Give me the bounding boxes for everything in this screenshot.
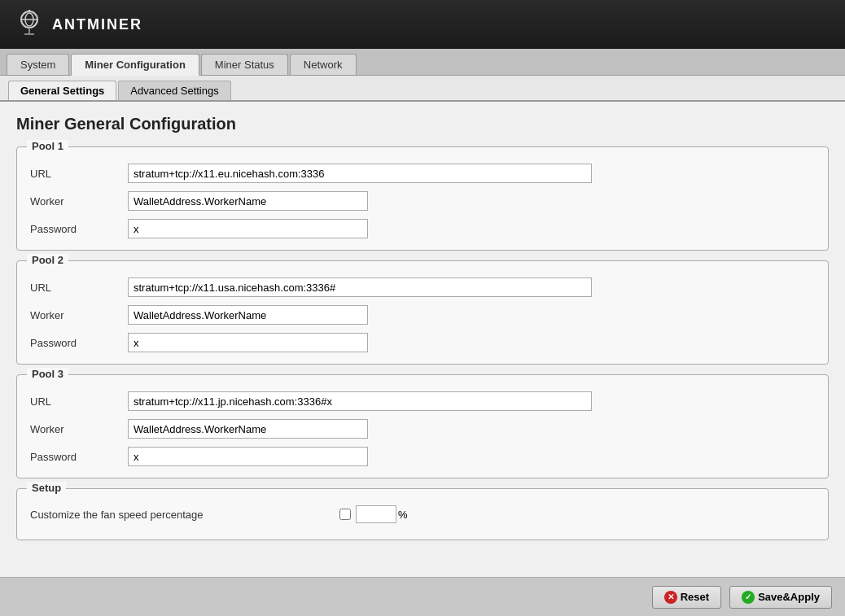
pool1-password-row: Password <box>30 219 815 238</box>
save-icon: ✓ <box>742 591 755 604</box>
tab-miner-status[interactable]: Miner Status <box>201 54 288 75</box>
pool1-worker-label: Worker <box>30 195 128 208</box>
pool3-section: Pool 3 URL Worker Password <box>16 374 829 478</box>
fan-speed-row: Customize the fan speed percentage % <box>30 505 815 523</box>
content-area: General Settings Advanced Settings Miner… <box>0 76 845 616</box>
setup-section: Setup Customize the fan speed percentage… <box>16 488 829 540</box>
pool2-password-input[interactable] <box>128 333 368 352</box>
fan-speed-input[interactable] <box>356 505 396 523</box>
pool2-worker-input[interactable] <box>128 305 368 325</box>
pool1-legend: Pool 1 <box>27 140 68 152</box>
pool1-password-input[interactable] <box>128 219 368 238</box>
pool2-url-input[interactable] <box>128 277 592 297</box>
pool3-password-input[interactable] <box>128 447 368 466</box>
pool1-password-label: Password <box>30 223 128 235</box>
pool1-url-label: URL <box>30 168 128 180</box>
setup-legend: Setup <box>27 482 66 494</box>
pool2-legend: Pool 2 <box>27 254 68 266</box>
pool3-password-row: Password <box>30 447 815 466</box>
pool2-url-row: URL <box>30 277 815 297</box>
pool2-worker-label: Worker <box>30 309 128 321</box>
pool1-section: Pool 1 URL Worker Password <box>16 146 829 251</box>
app-header: ANTMINER <box>0 0 845 49</box>
save-label: Save&Apply <box>758 591 820 603</box>
fan-speed-checkbox[interactable] <box>339 509 351 520</box>
pool2-section: Pool 2 URL Worker Password <box>16 260 829 365</box>
pool2-password-label: Password <box>30 337 128 349</box>
pool1-worker-input[interactable] <box>128 191 368 211</box>
tab-miner-config[interactable]: Miner Configuration <box>71 54 199 76</box>
logo-area: ANTMINER <box>13 8 142 41</box>
fan-percent-symbol: % <box>398 509 408 521</box>
pool1-worker-row: Worker <box>30 191 815 211</box>
pool3-url-row: URL <box>30 391 815 411</box>
pool1-url-input[interactable] <box>128 164 592 183</box>
pool3-worker-input[interactable] <box>128 419 368 439</box>
sub-tab-advanced[interactable]: Advanced Settings <box>118 81 230 100</box>
sub-tab-general[interactable]: General Settings <box>8 81 116 100</box>
pool3-url-label: URL <box>30 395 128 408</box>
fan-speed-label: Customize the fan speed percentage <box>30 509 339 521</box>
tab-system[interactable]: System <box>7 54 69 75</box>
sub-tabs: General Settings Advanced Settings <box>0 76 845 102</box>
pool3-worker-label: Worker <box>30 423 128 435</box>
pool3-password-label: Password <box>30 451 128 463</box>
pool3-legend: Pool 3 <box>27 368 68 380</box>
pool2-worker-row: Worker <box>30 305 815 325</box>
main-content: Miner General Configuration Pool 1 URL W… <box>0 102 845 563</box>
tab-network[interactable]: Network <box>290 54 357 75</box>
reset-label: Reset <box>681 591 709 603</box>
reset-button[interactable]: ✕ Reset <box>652 586 721 609</box>
footer: ✕ Reset ✓ Save&Apply <box>0 577 845 616</box>
pool2-password-row: Password <box>30 333 815 352</box>
nav-tabs: System Miner Configuration Miner Status … <box>0 49 845 76</box>
save-apply-button[interactable]: ✓ Save&Apply <box>729 586 832 609</box>
pool1-url-row: URL <box>30 164 815 183</box>
antminer-logo-icon <box>13 8 46 41</box>
pool2-url-label: URL <box>30 282 128 294</box>
pool3-worker-row: Worker <box>30 419 815 439</box>
logo-text: ANTMINER <box>52 16 142 33</box>
page-title: Miner General Configuration <box>16 115 829 133</box>
pool3-url-input[interactable] <box>128 391 592 411</box>
reset-icon: ✕ <box>664 591 677 604</box>
